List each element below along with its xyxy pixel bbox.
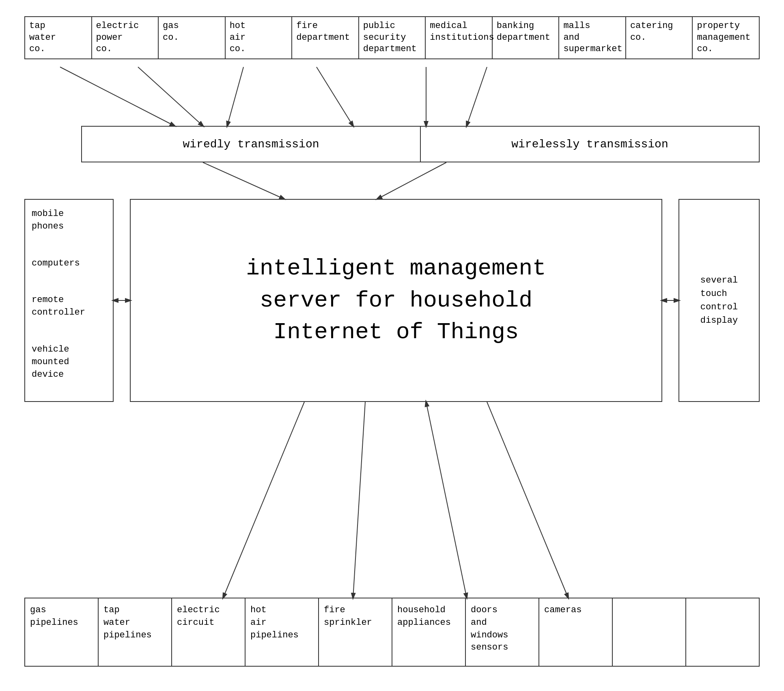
top-cell: fire department bbox=[292, 17, 359, 58]
bottom-cell: fire sprinkler bbox=[319, 598, 392, 666]
svg-line-5 bbox=[467, 67, 487, 126]
svg-line-11 bbox=[353, 402, 365, 598]
transmission-cell: wirelessly transmission bbox=[421, 127, 759, 162]
left-box: mobile phonescomputersremote controllerv… bbox=[24, 199, 114, 402]
transmission-row: wiredly transmissionwirelessly transmiss… bbox=[81, 126, 760, 162]
svg-line-13 bbox=[487, 402, 568, 598]
left-box-item: mobile phones bbox=[32, 208, 106, 233]
diagram-container: tap water co.electric power co.gas co.ho… bbox=[0, 0, 784, 691]
svg-line-12 bbox=[426, 402, 467, 598]
top-cell: tap water co. bbox=[25, 17, 92, 58]
bottom-cell: gas pipelines bbox=[25, 598, 99, 666]
bottom-cell: doors and windows sensors bbox=[466, 598, 539, 666]
top-cell: public security department bbox=[359, 17, 426, 58]
right-box: several touch control display bbox=[678, 199, 760, 402]
center-box-text: intelligent management server for househ… bbox=[246, 253, 546, 348]
left-box-item: remote controller bbox=[32, 294, 106, 319]
svg-line-0 bbox=[60, 67, 174, 126]
bottom-row: gas pipelinestap water pipelineselectric… bbox=[24, 598, 760, 667]
bottom-cell: electric circuit bbox=[172, 598, 246, 666]
bottom-cell: cameras bbox=[539, 598, 613, 666]
top-cell: catering co. bbox=[626, 17, 693, 58]
top-cell: medical institutions bbox=[426, 17, 493, 58]
svg-line-10 bbox=[223, 402, 304, 598]
svg-line-7 bbox=[377, 162, 446, 199]
svg-line-6 bbox=[203, 162, 284, 199]
bottom-cell bbox=[686, 598, 759, 666]
bottom-cell: hot air pipelines bbox=[246, 598, 319, 666]
top-cell: electric power co. bbox=[92, 17, 159, 58]
right-box-text: several touch control display bbox=[700, 274, 738, 327]
top-row: tap water co.electric power co.gas co.ho… bbox=[24, 16, 760, 59]
center-box: intelligent management server for househ… bbox=[130, 199, 662, 402]
top-cell: property management co. bbox=[693, 17, 759, 58]
bottom-cell: tap water pipelines bbox=[99, 598, 172, 666]
left-box-item: computers bbox=[32, 257, 106, 270]
svg-line-3 bbox=[317, 67, 353, 126]
svg-line-2 bbox=[227, 67, 243, 126]
left-box-item: vehicle mounted device bbox=[32, 343, 106, 381]
top-cell: gas co. bbox=[159, 17, 226, 58]
transmission-cell: wiredly transmission bbox=[82, 127, 421, 162]
bottom-cell: household appliances bbox=[392, 598, 466, 666]
top-cell: malls and supermarket bbox=[559, 17, 626, 58]
top-cell: hot air co. bbox=[226, 17, 293, 58]
top-cell: banking department bbox=[493, 17, 560, 58]
svg-line-1 bbox=[138, 67, 203, 126]
bottom-cell bbox=[613, 598, 686, 666]
